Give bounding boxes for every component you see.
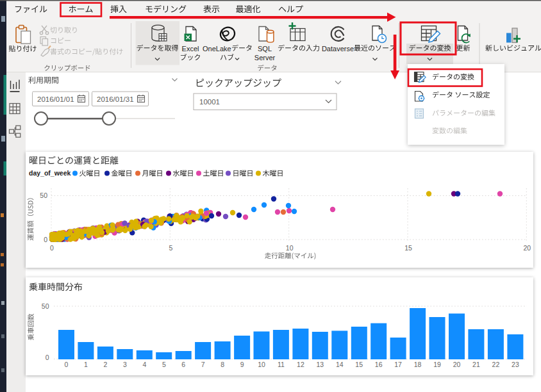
svg-text:SQL: SQL	[258, 45, 272, 53]
svg-text:6: 6	[181, 361, 185, 368]
svg-text:OneLake: OneLake	[203, 45, 231, 53]
svg-text:16: 16	[375, 361, 383, 368]
svg-text:day_of_week: day_of_week	[29, 169, 71, 177]
svg-text:Excel: Excel	[182, 45, 199, 53]
svg-text:4: 4	[142, 361, 146, 368]
svg-text:0: 0	[65, 361, 69, 368]
svg-text:14: 14	[336, 361, 344, 368]
svg-text:50: 50	[40, 192, 47, 199]
svg-text:5: 5	[169, 244, 172, 252]
svg-text:9: 9	[240, 361, 244, 368]
svg-text:13: 13	[316, 361, 324, 368]
svg-text:2016/01/31: 2016/01/31	[97, 95, 134, 103]
svg-text:17: 17	[394, 361, 402, 368]
svg-text:11: 11	[278, 361, 285, 368]
svg-text:0: 0	[46, 354, 49, 361]
svg-text:15: 15	[404, 244, 412, 252]
svg-text:10001: 10001	[199, 98, 220, 106]
svg-text:3: 3	[123, 361, 127, 368]
svg-text:19: 19	[433, 361, 441, 368]
svg-text:20: 20	[453, 361, 461, 368]
svg-text:1: 1	[84, 361, 88, 368]
svg-text:Server: Server	[254, 54, 276, 61]
svg-text:10: 10	[286, 244, 294, 252]
svg-text:20: 20	[523, 244, 531, 252]
svg-text:2: 2	[103, 361, 107, 368]
svg-text:23: 23	[512, 361, 519, 368]
svg-text:21: 21	[472, 361, 480, 368]
svg-text:18: 18	[414, 361, 422, 368]
svg-text:50: 50	[42, 302, 49, 310]
svg-text:15: 15	[355, 361, 363, 368]
svg-text:10: 10	[258, 361, 265, 368]
svg-text:22: 22	[492, 361, 500, 368]
svg-text:0: 0	[44, 236, 47, 243]
svg-text:Dataverse: Dataverse	[322, 45, 354, 53]
svg-text:7: 7	[201, 361, 205, 368]
svg-text:8: 8	[221, 361, 224, 368]
svg-text:0: 0	[50, 244, 54, 252]
svg-text:2016/01/01: 2016/01/01	[37, 95, 74, 103]
svg-text:12: 12	[297, 361, 304, 368]
svg-text:5: 5	[162, 361, 166, 368]
